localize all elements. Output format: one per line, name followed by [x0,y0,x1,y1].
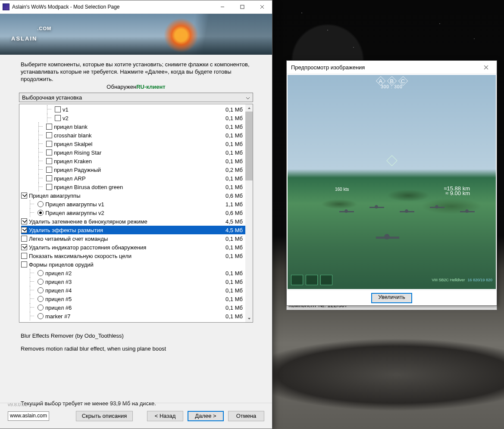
radio-icon[interactable] [38,210,44,216]
checkbox-icon[interactable] [46,175,52,181]
tree-item-label: прицел Rising Star [54,149,101,156]
checkbox-icon[interactable] [46,149,52,155]
tree-item[interactable]: Формы прицелов орудий [21,260,245,269]
checkbox-icon[interactable] [21,218,27,224]
button-bar: Скрыть описания < Назад Далее > Отмена [0,403,272,429]
tree-item[interactable]: Прицел авиагруппы v20,6 Мб [21,208,245,217]
tree-connector [38,174,46,183]
app-icon [3,3,9,10]
tree-item[interactable]: прицел ARP0,1 Мб [21,174,245,183]
checkbox-icon[interactable] [21,227,27,233]
hide-descriptions-button[interactable]: Скрыть описания [76,411,133,421]
radio-icon[interactable] [38,270,44,276]
checkbox-icon[interactable] [21,236,27,242]
plane-icon [430,204,445,210]
tree-item-size: 0,1 Мб [225,141,245,147]
radio-icon[interactable] [38,296,44,302]
preview-close-button[interactable] [479,61,492,74]
checkbox-icon[interactable] [46,167,52,173]
checkbox-icon[interactable] [21,193,27,199]
banner: ASLAIN.COM [0,14,272,55]
tree-item[interactable]: прицел Rising Star0,1 Мб [21,148,245,157]
radio-icon[interactable] [38,201,44,207]
tree-item[interactable]: прицел Skalpel0,1 Мб [21,140,245,148]
maximize-button[interactable] [232,0,252,14]
preview-titlebar[interactable]: Предпросмотр изображения [287,61,497,74]
tree-item-label: прицел #3 [45,279,72,285]
tree-item[interactable]: Прицел авиагруппы v11,1 Мб [21,200,245,208]
tree-item[interactable]: crosshair blank0,1 Мб [21,131,245,140]
install-type-combobox[interactable]: Выборочная установка [19,93,253,102]
tree-connector [30,295,38,303]
titlebar[interactable]: Aslain's WoWs Modpack - Mod Selection Pa… [0,0,272,14]
tree-item-label: прицел #6 [45,305,72,311]
tree-connector [30,269,38,277]
zoom-button[interactable]: Увеличить [371,293,412,303]
checkbox-icon[interactable] [46,184,52,190]
checkbox-icon[interactable] [55,115,61,121]
instructions-text: Выберите компоненты, которые вы хотите у… [0,55,272,84]
mod-tree-list[interactable]: v10,1 Мбv20,1 Мбприцел blank0,1 Мбcrossh… [19,104,245,321]
checkbox-icon[interactable] [55,106,61,112]
tree-item-label: Формы прицелов орудий [29,261,94,268]
tree-item[interactable]: marker #70,1 Мб [21,312,245,320]
tree-item[interactable]: прицел Радужный0,2 Мб [21,165,245,174]
checkbox-icon[interactable] [21,244,27,250]
hud-top-icons: ABC [377,78,407,84]
tree-item-label: прицел Kraken [54,158,92,165]
tree-item-label: Прицел авиагруппы [29,193,81,199]
tree-item-label: прицел Радужный [54,167,101,173]
tree-item-size: 4,5 Мб [225,218,245,225]
tree-item[interactable]: прицел Birusa dotten green0,1 Мб [21,183,245,191]
tree-item-label: прицел #4 [45,287,72,294]
checkbox-icon[interactable] [46,141,52,147]
radio-icon[interactable] [38,287,44,293]
tree-item[interactable]: прицел #30,1 Мб [21,277,245,286]
radio-icon[interactable] [38,313,44,319]
preview-image: ABC 300 : 300 160 kts ≈15.88 km≈ 9.00 km… [288,75,496,289]
tree-item[interactable]: прицел blank0,1 Мб [21,122,245,131]
scroll-up-icon[interactable] [245,104,253,112]
tree-item[interactable]: прицел #20,1 Мб [21,269,245,277]
next-button[interactable]: Далее > [188,411,224,421]
tree-item[interactable]: прицел #50,1 Мб [21,295,245,303]
checkbox-icon[interactable] [21,253,27,259]
tree-item[interactable]: прицел Kraken0,1 Мб [21,157,245,165]
tree-item[interactable]: Прицел авиагруппы0,6 Мб [21,191,245,200]
scroll-down-icon[interactable] [245,315,253,322]
minimize-button[interactable] [213,0,232,14]
tree-item-size: 0,1 Мб [225,253,245,259]
scrollbar[interactable] [245,104,253,322]
tree-item[interactable]: v20,1 Мб [21,114,245,122]
preview-title: Предпросмотр изображения [291,64,365,71]
cancel-button[interactable]: Отмена [228,411,264,421]
close-button[interactable] [252,0,272,14]
tree-item-size: 0,1 Мб [225,244,245,251]
banner-logo: ASLAIN.COM [11,26,51,44]
checkbox-icon[interactable] [46,132,52,138]
tree-item[interactable]: Показать максимальную скорость цели0,1 М… [21,252,245,260]
tree-item-label: прицел ARP [54,175,86,182]
checkbox-icon[interactable] [21,261,27,267]
tree-item[interactable]: Удалить индикатор расстояния обнаружения… [21,243,245,252]
tree-item-size: 0,1 Мб [225,132,245,139]
scroll-track[interactable] [245,112,253,315]
radio-icon[interactable] [38,279,44,285]
tree-connector [38,165,46,174]
back-button[interactable]: < Назад [147,411,183,421]
tree-item-size: 0,2 Мб [225,167,245,173]
tree-item[interactable]: Удалить затемнение в бинокулярном режиме… [21,217,245,226]
tree-item[interactable]: прицел #40,1 Мб [21,286,245,295]
tree-item[interactable]: Удалить эффекты размытия4,5 Мб [21,226,245,234]
checkbox-icon[interactable] [46,124,52,130]
tree-item-size: 0,1 Мб [225,236,245,242]
tree-item[interactable]: v10,1 Мб [21,105,245,114]
radio-icon[interactable] [38,305,44,311]
tree-item[interactable]: Легко читаемый счет команды0,1 Мб [21,234,245,243]
checkbox-icon[interactable] [46,158,52,164]
scroll-thumb[interactable] [245,112,253,180]
tree-item-label: v2 [63,115,69,121]
tree-item-label: Удалить индикатор расстояния обнаружения [29,244,146,251]
tree-item[interactable]: прицел #60,1 Мб [21,303,245,312]
tree-item-size: 0,1 Мб [225,149,245,156]
